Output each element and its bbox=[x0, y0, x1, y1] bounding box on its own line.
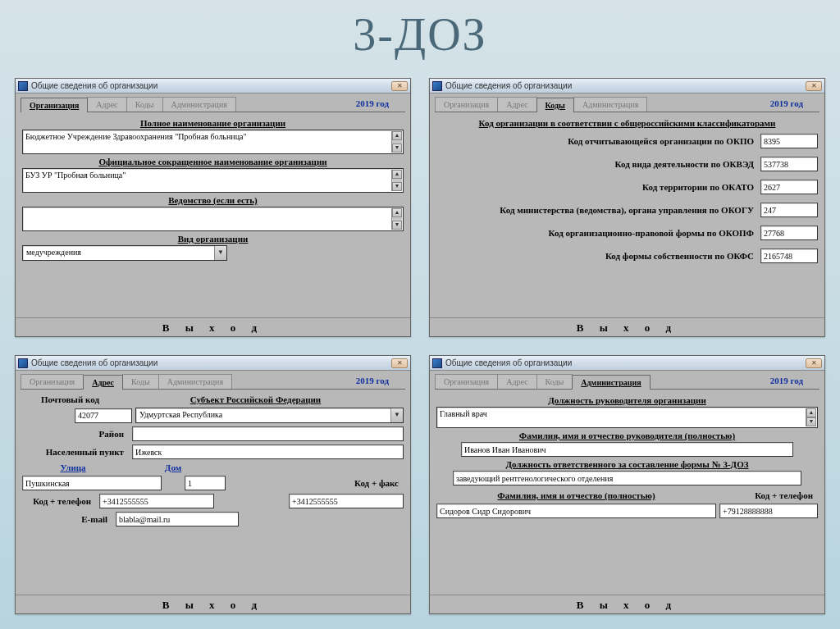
close-icon[interactable]: ✕ bbox=[806, 358, 822, 368]
street-input[interactable] bbox=[22, 476, 162, 490]
year-label: 2019 год bbox=[356, 98, 389, 111]
tabbar: Организация Адрес Коды Администрация 201… bbox=[16, 371, 410, 389]
year-label: 2019 год bbox=[770, 376, 803, 388]
app-icon bbox=[18, 358, 28, 368]
kind-label: Вид организации bbox=[22, 234, 404, 244]
window-codes: Общие сведения об организации ✕ Организа… bbox=[429, 78, 825, 337]
window-title: Общие сведения об организации bbox=[31, 358, 158, 367]
resp-name-input[interactable] bbox=[436, 504, 716, 518]
exit-button[interactable]: В ы х о д bbox=[430, 595, 824, 613]
code-okopf-input[interactable] bbox=[760, 226, 818, 240]
tabbar: Организация Адрес Коды Администрация 201… bbox=[16, 93, 410, 112]
scrollbar[interactable]: ▲▼ bbox=[391, 131, 402, 153]
scrollbar[interactable]: ▲▼ bbox=[391, 208, 402, 230]
code-okved-input[interactable] bbox=[760, 157, 818, 171]
body-admin: Должность руководителя организации Главн… bbox=[430, 390, 824, 595]
tab-codes[interactable]: Коды bbox=[536, 98, 574, 112]
window-admin: Общие сведения об организации ✕ Организа… bbox=[429, 355, 825, 614]
agency-input[interactable]: ▲▼ bbox=[22, 207, 404, 231]
tab-admin[interactable]: Администрация bbox=[158, 374, 232, 389]
window-title: Общие сведения об организации bbox=[31, 81, 158, 90]
scrollbar[interactable]: ▲▼ bbox=[391, 170, 402, 191]
tab-address[interactable]: Адрес bbox=[87, 97, 126, 112]
tab-admin[interactable]: Администрация bbox=[573, 97, 647, 112]
resp-phone-input[interactable] bbox=[719, 504, 818, 518]
code-row-okpo: Код отчитывающейся организации по ОКПО bbox=[436, 134, 818, 148]
street-label: Улица bbox=[60, 463, 85, 472]
code-label: Код министерства (ведомства), органа упр… bbox=[436, 205, 760, 215]
subject-select[interactable]: Удмуртская Республика ▼ bbox=[135, 408, 404, 423]
house-label: Дом bbox=[165, 463, 181, 472]
code-okogu-input[interactable] bbox=[760, 203, 818, 217]
short-name-input[interactable]: БУЗ УР "Пробная больница" ▲▼ bbox=[22, 168, 404, 193]
tab-organization[interactable]: Организация bbox=[435, 97, 498, 112]
close-icon[interactable]: ✕ bbox=[806, 81, 822, 91]
tab-organization[interactable]: Организация bbox=[21, 98, 88, 112]
tab-codes[interactable]: Коды bbox=[126, 97, 163, 112]
exit-button[interactable]: В ы х о д bbox=[16, 595, 410, 613]
close-icon[interactable]: ✕ bbox=[391, 81, 408, 91]
resp-name-label: Фамилия, имя и отчество (полностью) bbox=[497, 490, 655, 500]
code-okato-input[interactable] bbox=[760, 180, 818, 194]
body-codes: Код организации в соответствии с общерос… bbox=[430, 112, 824, 317]
tabbar: Организация Адрес Коды Администрация 201… bbox=[430, 93, 824, 112]
year-label: 2019 год bbox=[356, 376, 389, 388]
postcode-input[interactable] bbox=[75, 408, 132, 423]
tab-admin[interactable]: Администрация bbox=[162, 97, 236, 112]
titlebar: Общие сведения об организации ✕ bbox=[16, 356, 410, 371]
close-icon[interactable]: ✕ bbox=[391, 358, 408, 368]
code-row-okogu: Код министерства (ведомства), органа упр… bbox=[436, 203, 818, 217]
town-input[interactable] bbox=[132, 444, 404, 459]
tab-address[interactable]: Адрес bbox=[497, 374, 536, 389]
code-row-okato: Код территории по ОКАТО bbox=[436, 180, 818, 194]
year-label: 2019 год bbox=[770, 98, 803, 111]
fax-input[interactable] bbox=[289, 494, 404, 508]
code-label: Код организационно-правовой формы по ОКО… bbox=[436, 228, 760, 238]
short-name-value: БУЗ УР "Пробная больница" bbox=[25, 171, 126, 180]
codes-header: Код организации в соответствии с общерос… bbox=[436, 118, 818, 128]
tab-address[interactable]: Адрес bbox=[83, 375, 123, 390]
window-organization: Общие сведения об организации ✕ Организа… bbox=[15, 78, 411, 337]
chief-post-label: Должность руководителя организации bbox=[436, 395, 818, 405]
tab-codes[interactable]: Коды bbox=[536, 374, 573, 389]
code-okpo-input[interactable] bbox=[760, 134, 818, 148]
tab-organization[interactable]: Организация bbox=[21, 374, 84, 389]
exit-button[interactable]: В ы х о д bbox=[430, 317, 824, 336]
short-name-label: Официальное сокращенное наименование орг… bbox=[22, 157, 404, 166]
window-title: Общие сведения об организации bbox=[445, 358, 572, 367]
chevron-down-icon[interactable]: ▼ bbox=[214, 246, 226, 260]
email-label: E-mail bbox=[22, 514, 112, 524]
kind-value: медучреждения bbox=[23, 246, 214, 260]
titlebar: Общие сведения об организации ✕ bbox=[430, 79, 824, 93]
chevron-down-icon[interactable]: ▼ bbox=[390, 408, 403, 422]
chief-name-label: Фамилия, имя и отчество руководителя (по… bbox=[436, 431, 818, 440]
code-label: Код формы собственности по ОКФС bbox=[436, 251, 760, 261]
phone-input[interactable] bbox=[99, 494, 214, 508]
code-okfs-input[interactable] bbox=[760, 248, 818, 263]
tab-admin[interactable]: Администрация bbox=[572, 375, 650, 390]
tab-codes[interactable]: Коды bbox=[122, 374, 159, 389]
app-icon bbox=[432, 358, 442, 368]
chief-post-input[interactable]: Главный врач ▲▼ bbox=[436, 407, 818, 428]
resp-phone-label: Код + телефон bbox=[719, 490, 818, 500]
full-name-input[interactable]: Бюджетное Учреждение Здравоохранения "Пр… bbox=[22, 130, 404, 154]
window-title: Общие сведения об организации bbox=[445, 81, 572, 90]
resp-post-input[interactable] bbox=[453, 471, 801, 485]
district-label: Район bbox=[22, 429, 129, 439]
body-address: Почтовый код Субъект Российской Федераци… bbox=[16, 390, 410, 595]
phone-label: Код + телефон bbox=[22, 496, 96, 506]
code-row-okopf: Код организационно-правовой формы по ОКО… bbox=[436, 226, 818, 240]
town-label: Населенный пункт bbox=[22, 447, 129, 457]
district-input[interactable] bbox=[132, 426, 404, 441]
resp-post-label: Должность ответственного за составление … bbox=[436, 459, 818, 469]
tab-address[interactable]: Адрес bbox=[497, 97, 536, 112]
windows-grid: Общие сведения об организации ✕ Организа… bbox=[15, 78, 825, 614]
exit-button[interactable]: В ы х о д bbox=[16, 317, 410, 336]
kind-select[interactable]: медучреждения ▼ bbox=[22, 245, 227, 261]
scrollbar[interactable]: ▲▼ bbox=[806, 408, 816, 426]
chief-name-input[interactable] bbox=[461, 442, 793, 457]
house-input[interactable] bbox=[185, 476, 226, 490]
tab-organization[interactable]: Организация bbox=[435, 374, 498, 389]
email-input[interactable] bbox=[116, 512, 239, 526]
code-label: Код вида деятельности по ОКВЭД bbox=[436, 159, 760, 169]
